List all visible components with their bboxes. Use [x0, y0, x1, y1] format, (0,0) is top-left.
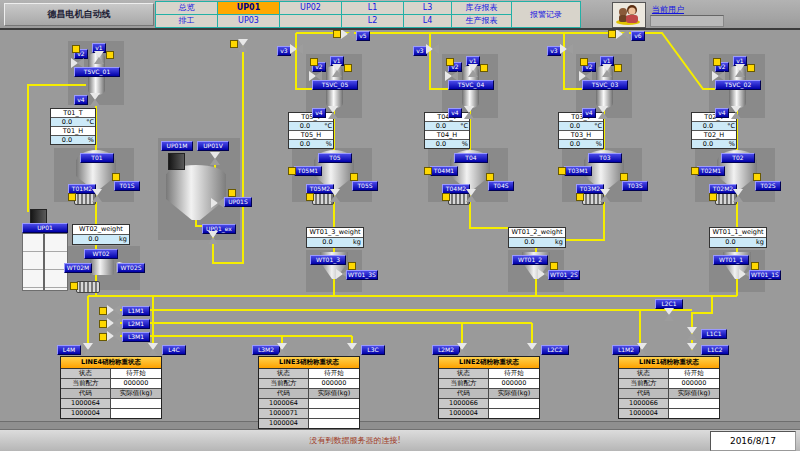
l1c1-valve-label[interactable]: L1C1: [701, 329, 727, 339]
t04-label[interactable]: T04: [454, 153, 488, 163]
valve-icon[interactable]: [83, 343, 93, 356]
valve-icon[interactable]: [602, 64, 612, 77]
nav-tab-l3[interactable]: L3: [403, 1, 452, 15]
l2m2-valve-label[interactable]: L2M2: [432, 345, 460, 355]
valve-icon[interactable]: [328, 106, 338, 119]
valve-icon[interactable]: [347, 343, 357, 356]
l4m-valve-label[interactable]: L4M: [57, 345, 81, 355]
valve-icon[interactable]: [600, 189, 610, 202]
valve-label[interactable]: v3: [547, 46, 561, 56]
valve-icon[interactable]: [637, 343, 647, 356]
t05m1-label[interactable]: T05M1: [294, 166, 322, 176]
t04m1-label[interactable]: T04M1: [430, 166, 458, 176]
valve-icon[interactable]: [687, 327, 697, 340]
valve-label[interactable]: v4: [715, 108, 729, 118]
l1m1-valve-label[interactable]: L1M1: [122, 306, 150, 316]
valve-icon[interactable]: [94, 51, 104, 64]
wt02m-label[interactable]: WT02M: [64, 263, 92, 273]
valve-label[interactable]: v3: [413, 46, 427, 56]
wt02-label[interactable]: WT02: [84, 249, 118, 259]
t5vc01-label[interactable]: T5VC_01: [74, 67, 120, 77]
current-user-value[interactable]: [650, 15, 724, 27]
valve-icon[interactable]: [464, 106, 474, 119]
t01-label[interactable]: T01: [80, 153, 114, 163]
t02-label[interactable]: T02: [721, 153, 755, 163]
valve-icon[interactable]: [466, 189, 476, 202]
wt01-1s-label[interactable]: WT01_1S: [749, 270, 781, 280]
valve-label[interactable]: v4: [312, 108, 326, 118]
valve-icon[interactable]: [560, 44, 573, 54]
nav-tab-scheduling[interactable]: 排工: [155, 14, 218, 28]
nav-tab-production-report[interactable]: 生产报表: [451, 14, 512, 28]
wt02s-label[interactable]: WT02S: [117, 263, 145, 273]
valve-label[interactable]: v4: [448, 108, 462, 118]
valve-icon[interactable]: [107, 318, 120, 328]
valve-icon[interactable]: [330, 189, 340, 202]
valve-icon[interactable]: [290, 44, 303, 54]
alarm-record-button[interactable]: 报警记录: [511, 1, 581, 28]
valve-icon[interactable]: [277, 343, 287, 356]
valve-icon[interactable]: [457, 343, 467, 356]
valve-icon[interactable]: [332, 64, 342, 77]
valve-label[interactable]: v3: [277, 46, 291, 56]
t03s-label[interactable]: T03S: [622, 181, 648, 191]
l3c-valve-label[interactable]: L3C: [361, 345, 385, 355]
valve-label[interactable]: v4: [74, 95, 88, 105]
valve-label[interactable]: v4: [582, 108, 596, 118]
t04s-label[interactable]: T04S: [488, 181, 514, 191]
valve-icon[interactable]: [733, 189, 743, 202]
valve-icon[interactable]: [426, 44, 439, 54]
valve-icon[interactable]: [598, 106, 608, 119]
l1c2-valve-label[interactable]: L1C2: [701, 345, 729, 355]
nav-tab-l2[interactable]: L2: [341, 14, 404, 28]
wt01-3-label[interactable]: WT01_3: [310, 255, 346, 265]
nav-tab-up01[interactable]: UP01: [217, 1, 280, 15]
t5vc05-label[interactable]: T5VC_05: [312, 80, 358, 90]
wt01-2s-label[interactable]: WT01_2S: [548, 270, 580, 280]
valve-icon[interactable]: [341, 29, 354, 39]
l3m2-valve-label[interactable]: L3M2: [252, 345, 280, 355]
valve-icon[interactable]: [616, 29, 629, 39]
t05-label[interactable]: T05: [318, 153, 352, 163]
t05s-label[interactable]: T05S: [352, 181, 378, 191]
l4c-valve-label[interactable]: L4C: [162, 345, 186, 355]
up01v-label[interactable]: UP01V: [197, 141, 229, 151]
t5vc02-label[interactable]: T5VC_02: [715, 80, 761, 90]
nav-tab-l1[interactable]: L1: [341, 1, 404, 15]
l2c2-valve-label[interactable]: L2C2: [541, 345, 569, 355]
nav-tab-up03[interactable]: UP03: [217, 14, 280, 28]
valve-icon[interactable]: [731, 106, 741, 119]
t01s-label[interactable]: T01S: [114, 181, 140, 191]
valve-icon[interactable]: [687, 343, 697, 356]
nav-tab-up02[interactable]: UP02: [279, 1, 342, 15]
valve-icon[interactable]: [148, 343, 158, 356]
valve-icon[interactable]: [211, 198, 224, 208]
valve-icon[interactable]: [90, 93, 100, 106]
valve-icon[interactable]: [107, 305, 120, 315]
valve-icon[interactable]: [210, 152, 220, 165]
wt01-1-label[interactable]: WT01_1: [713, 255, 749, 265]
valve-icon[interactable]: [468, 64, 478, 77]
valve-icon[interactable]: [208, 231, 218, 244]
valve-icon[interactable]: [664, 308, 674, 321]
l2m1-valve-label[interactable]: L2M1: [122, 319, 150, 329]
valve-label[interactable]: v5: [356, 31, 370, 41]
l3m1-valve-label[interactable]: L3M1: [122, 332, 150, 342]
up01-label[interactable]: UP01: [22, 223, 68, 233]
nav-tab-l4[interactable]: L4: [403, 14, 452, 28]
t03-label[interactable]: T03: [588, 153, 622, 163]
nav-tab-inventory-report[interactable]: 库存报表: [451, 1, 512, 15]
l1m2-valve-label[interactable]: L1M2: [612, 345, 640, 355]
t02m1-label[interactable]: T02M1: [697, 166, 725, 176]
wt01-3s-label[interactable]: WT01_3S: [346, 270, 378, 280]
valve-icon[interactable]: [735, 64, 745, 77]
t03m1-label[interactable]: T03M1: [564, 166, 592, 176]
nav-tab-overview[interactable]: 总览: [155, 1, 218, 15]
up01s-label[interactable]: UP01S: [224, 197, 252, 207]
t02s-label[interactable]: T02S: [755, 181, 781, 191]
valve-icon[interactable]: [238, 39, 248, 52]
valve-icon[interactable]: [527, 343, 537, 356]
valve-label[interactable]: v6: [631, 31, 645, 41]
wt01-2-label[interactable]: WT01_2: [512, 255, 548, 265]
t5vc03-label[interactable]: T5VC_03: [582, 80, 628, 90]
